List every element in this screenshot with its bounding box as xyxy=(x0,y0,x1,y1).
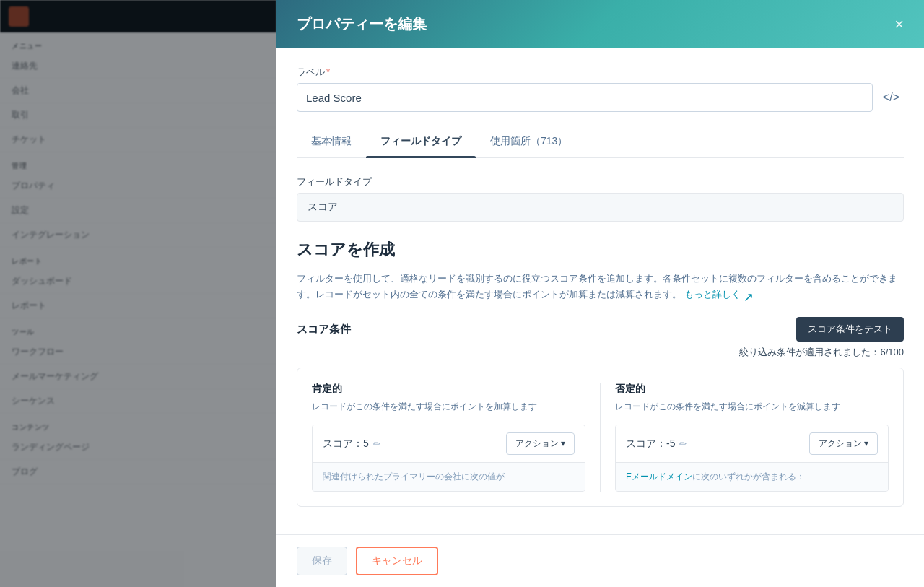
negative-action-button[interactable]: アクション ▾ xyxy=(809,432,878,455)
modal-body: ラベル* </> 基本情報 フィールドタイプ 使用箇所（713） フィールドタイ… xyxy=(276,48,924,534)
negative-body-text: Eメールドメインに次のいずれかが含まれる： xyxy=(626,470,878,484)
negative-score-label: スコア：-5 ✏ xyxy=(626,438,687,451)
positive-body-text: 関連付けられたプライマリーの会社に次の値が xyxy=(323,470,575,484)
filter-applied-text: 絞り込み条件が適用されました：6/100 xyxy=(297,346,904,359)
tab-usage[interactable]: 使用箇所（713） xyxy=(476,126,582,157)
label-input-row: </> xyxy=(297,83,904,112)
negative-condition-card: スコア：-5 ✏ アクション ▾ Eメールドメインに次のいずれかが含まれる： xyxy=(615,425,889,492)
edit-property-modal: プロパティーを編集 × ラベル* </> 基本情報 フィールドタイプ 使用箇所（… xyxy=(276,0,924,587)
required-mark: * xyxy=(326,66,330,77)
positive-condition-column: 肯定的 レコードがこの条件を満たす場合にポイントを加算します スコア：5 ✏ ア… xyxy=(312,383,585,492)
negative-body-highlight: Eメールドメイン xyxy=(626,471,692,482)
tabs-bar: 基本情報 フィールドタイプ 使用箇所（713） xyxy=(297,126,904,158)
modal-title: プロパティーを編集 xyxy=(297,14,427,34)
positive-condition-card: スコア：5 ✏ アクション ▾ 関連付けられたプライマリーの会社に次の値が xyxy=(312,425,585,492)
negative-card-body: Eメールドメインに次のいずれかが含まれる： xyxy=(616,462,888,491)
tab-basic[interactable]: 基本情報 xyxy=(297,126,366,157)
score-conditions-header: スコア条件 スコア条件をテスト xyxy=(297,317,904,342)
field-type-display: スコア xyxy=(297,193,904,222)
conditions-container: 肯定的 レコードがこの条件を満たす場合にポイントを加算します スコア：5 ✏ ア… xyxy=(297,368,904,507)
label-input[interactable] xyxy=(297,83,873,112)
negative-edit-icon[interactable]: ✏ xyxy=(679,439,687,449)
positive-col-desc: レコードがこの条件を満たす場合にポイントを加算します xyxy=(312,400,585,413)
tab-fieldtype[interactable]: フィールドタイプ xyxy=(366,126,476,157)
external-link-icon xyxy=(744,291,753,300)
positive-card-body: 関連付けられたプライマリーの会社に次の値が xyxy=(313,462,585,491)
label-field-label: ラベル* xyxy=(297,66,904,79)
negative-condition-column: 否定的 レコードがこの条件を満たす場合にポイントを減算します スコア：-5 ✏ … xyxy=(615,383,889,492)
field-type-label: フィールドタイプ xyxy=(297,175,904,188)
positive-score-label: スコア：5 ✏ xyxy=(323,438,380,451)
code-icon-button[interactable]: </> xyxy=(879,87,904,108)
test-conditions-button[interactable]: スコア条件をテスト xyxy=(796,317,904,342)
tab-content: フィールドタイプ スコア スコアを作成 フィルターを使用して、適格なリードを識別… xyxy=(297,158,904,524)
score-description: フィルターを使用して、適格なリードを識別するのに役立つスコア条件を追加します。各… xyxy=(297,271,904,303)
conditions-divider xyxy=(600,383,601,492)
score-conditions-title: スコア条件 xyxy=(297,323,351,336)
cancel-button[interactable]: キャンセル xyxy=(356,547,438,575)
positive-edit-icon[interactable]: ✏ xyxy=(373,439,380,449)
learn-more-link[interactable]: もっと詳しく xyxy=(684,289,741,300)
label-section: ラベル* </> xyxy=(297,66,904,112)
close-button[interactable]: × xyxy=(894,17,904,32)
negative-col-title: 否定的 xyxy=(615,383,889,396)
modal-footer: 保存 キャンセル xyxy=(276,534,924,587)
positive-card-header: スコア：5 ✏ アクション ▾ xyxy=(313,425,585,462)
modal-header: プロパティーを編集 × xyxy=(276,0,924,48)
positive-action-button[interactable]: アクション ▾ xyxy=(506,432,575,455)
negative-card-header: スコア：-5 ✏ アクション ▾ xyxy=(616,425,888,462)
save-button[interactable]: 保存 xyxy=(297,547,347,575)
positive-col-title: 肯定的 xyxy=(312,383,585,396)
negative-col-desc: レコードがこの条件を満たす場合にポイントを減算します xyxy=(615,400,889,413)
score-section-title: スコアを作成 xyxy=(297,239,904,261)
